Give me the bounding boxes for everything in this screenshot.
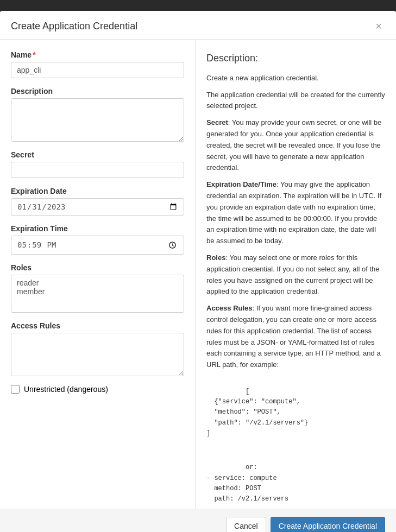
desc-para2: The application credential will be creat… <box>206 90 385 112</box>
expiration-date-group: Expiration Date <box>11 187 184 216</box>
unrestricted-checkbox[interactable] <box>11 385 20 394</box>
expiration-time-group: Expiration Time <box>11 224 184 255</box>
name-group: Name* <box>11 50 184 78</box>
roles-select[interactable]: reader member <box>11 275 184 313</box>
code-json-4: "path": "/v2.1/servers"} <box>206 419 308 427</box>
desc-secret-term: Secret <box>206 118 228 126</box>
description-label: Description <box>11 87 184 96</box>
name-label: Name* <box>11 50 184 59</box>
desc-roles-term: Roles <box>206 254 225 262</box>
code-json-2: {"service": "compute", <box>206 398 300 406</box>
expiration-time-label: Expiration Time <box>11 224 184 233</box>
close-button[interactable]: × <box>372 20 385 33</box>
expiration-time-input[interactable] <box>11 236 184 255</box>
desc-expiry: Expiration Date/Time: You may give the a… <box>206 179 385 247</box>
desc-access-rules-text: : If you want more fine-grained access c… <box>206 304 381 369</box>
modal-footer: Cancel Create Application Credential <box>0 509 396 532</box>
access-rules-textarea[interactable] <box>11 333 184 376</box>
code-json-5: ] <box>206 429 210 437</box>
required-star: * <box>33 50 35 59</box>
roles-label: Roles <box>11 263 184 272</box>
desc-secret: Secret: You may provide your own secret,… <box>206 117 385 174</box>
desc-title: Description: <box>206 50 385 66</box>
description-textarea[interactable] <box>11 98 184 142</box>
description-panel: Description: Create a new application cr… <box>196 40 396 509</box>
expiration-date-input[interactable] <box>11 198 184 216</box>
desc-secret-text: : You may provide your own secret, or on… <box>206 118 381 172</box>
secret-label: Secret <box>11 150 184 159</box>
desc-roles: Roles: You may select one or more roles … <box>206 252 385 297</box>
access-rules-label: Access Rules <box>11 321 184 330</box>
roles-option-reader[interactable]: reader <box>17 278 178 288</box>
modal-header: Create Application Credential × <box>0 11 396 40</box>
secret-input[interactable] <box>11 162 184 178</box>
roles-group: Roles reader member <box>11 263 184 313</box>
create-app-credential-modal: Create Application Credential × Name* De… <box>0 11 396 532</box>
form-panel: Name* Description Secret Expiration Date <box>0 40 196 509</box>
desc-access-rules-term: Access Rules <box>206 304 253 312</box>
name-input[interactable] <box>11 62 184 78</box>
unrestricted-group: Unrestricted (dangerous) <box>11 385 184 394</box>
submit-button[interactable]: Create Application Credential <box>271 517 385 532</box>
desc-expiry-term: Expiration Date/Time <box>206 180 276 188</box>
secret-group: Secret <box>11 150 184 178</box>
desc-roles-text: : You may select one or more roles for t… <box>206 254 379 295</box>
cancel-button[interactable]: Cancel <box>226 517 266 532</box>
code-json-1: [ <box>246 388 249 395</box>
desc-para1: Create a new application credential. <box>206 73 385 84</box>
desc-access-rules: Access Rules: If you want more fine-grai… <box>206 303 385 371</box>
access-rules-group: Access Rules <box>11 321 184 376</box>
code-json: [ {"service": "compute", "method": "POST… <box>206 376 385 449</box>
code-json-3: "method": "POST", <box>206 408 281 416</box>
roles-option-member[interactable]: member <box>17 287 178 296</box>
modal-body: Name* Description Secret Expiration Date <box>0 40 396 509</box>
desc-expiry-text: : You may give the application credentia… <box>206 180 381 245</box>
code-yaml-2: method: POST <box>206 485 261 492</box>
description-group: Description <box>11 87 184 142</box>
code-yaml-1: - service: compute <box>206 474 277 482</box>
code-or: or: - service: compute method: POST path… <box>206 452 385 509</box>
unrestricted-label[interactable]: Unrestricted (dangerous) <box>24 385 108 394</box>
code-yaml-3: path: /v2.1/servers <box>206 495 288 503</box>
expiration-date-label: Expiration Date <box>11 187 184 195</box>
modal-title: Create Application Credential <box>11 21 137 32</box>
